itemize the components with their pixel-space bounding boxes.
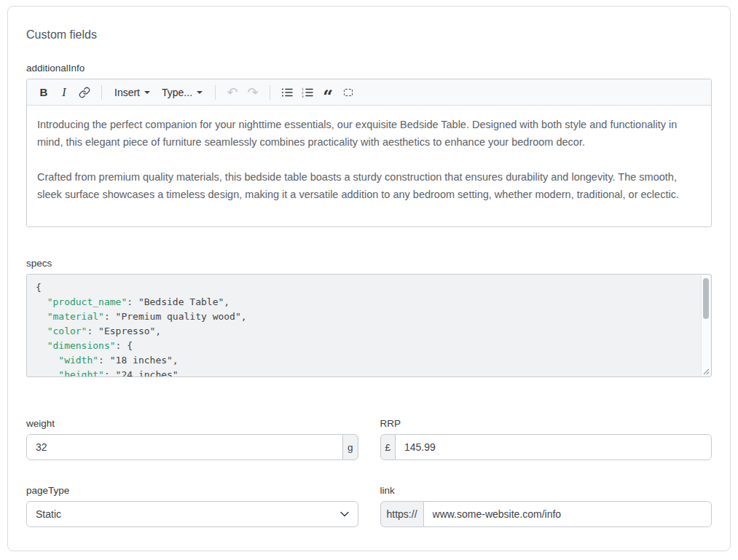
bullet-list-icon [281, 87, 293, 98]
editor-toolbar: B I Insert Type... ↶ ↷ [27, 79, 711, 106]
weight-unit-addon: g [342, 434, 358, 460]
editor-content[interactable]: Introducing the perfect companion for yo… [27, 106, 711, 226]
field-rrp: RRP £ [380, 418, 713, 460]
italic-button[interactable]: I [55, 82, 74, 103]
show-blocks-icon [344, 89, 353, 96]
rrp-currency-addon: £ [380, 434, 396, 460]
toolbar-divider [270, 85, 270, 100]
fields-grid: weight g RRP £ pageType Static link http… [26, 418, 712, 527]
page-type-select[interactable]: Static [26, 501, 358, 527]
bold-icon: B [40, 86, 48, 98]
blockquote-icon: “ [323, 93, 333, 100]
insert-dropdown[interactable]: Insert [109, 82, 155, 103]
ordered-list-button[interactable]: 123 [298, 82, 317, 103]
specs-code: { "product_name": "Bedside Table", "mate… [36, 280, 695, 377]
link-button[interactable] [75, 82, 94, 103]
weight-label: weight [26, 418, 358, 429]
toolbar-divider [101, 85, 102, 100]
insert-dropdown-label: Insert [114, 87, 140, 98]
weight-input[interactable] [26, 434, 343, 460]
bold-button[interactable]: B [34, 82, 53, 103]
insert-caret-icon [144, 91, 150, 94]
redo-icon: ↷ [248, 84, 259, 100]
field-specs: specs { "product_name": "Bedside Table",… [26, 258, 712, 377]
svg-text:3: 3 [302, 95, 304, 98]
undo-button[interactable]: ↶ [223, 82, 242, 103]
field-weight: weight g [26, 418, 358, 460]
specs-scrollbar-thumb[interactable] [703, 278, 709, 319]
editor-paragraph: Introducing the perfect companion for yo… [37, 116, 701, 151]
type-dropdown[interactable]: Type... [157, 82, 208, 103]
redo-button[interactable]: ↷ [243, 82, 262, 103]
toolbar-divider [215, 85, 216, 100]
link-icon [79, 87, 90, 98]
field-additional-info: additionalInfo B I Insert Type... ↶ [26, 63, 712, 227]
page-type-label: pageType [26, 485, 358, 496]
undo-icon: ↶ [227, 84, 238, 100]
specs-label: specs [26, 258, 712, 269]
link-label: link [380, 485, 713, 496]
custom-fields-card: Custom fields additionalInfo B I Insert … [7, 6, 731, 551]
field-page-type: pageType Static [26, 485, 358, 527]
additional-info-label: additionalInfo [26, 63, 712, 74]
editor-paragraph: Crafted from premium quality materials, … [37, 168, 701, 203]
ordered-list-icon: 123 [302, 87, 313, 98]
specs-scrollbar[interactable] [701, 275, 710, 376]
type-caret-icon [197, 91, 203, 94]
field-link: link https:// [380, 485, 713, 527]
show-blocks-button[interactable] [339, 82, 358, 103]
bullet-list-button[interactable] [278, 82, 297, 103]
page-type-select-wrap: Static [26, 501, 358, 527]
specs-textarea[interactable]: { "product_name": "Bedside Table", "mate… [26, 274, 712, 377]
rrp-input-group: £ [380, 434, 713, 460]
link-input[interactable] [423, 501, 712, 527]
italic-icon: I [62, 86, 66, 99]
rrp-input[interactable] [395, 434, 712, 460]
page-title: Custom fields [26, 28, 712, 42]
resize-handle-icon[interactable] [702, 367, 710, 375]
link-protocol-addon: https:// [380, 501, 424, 527]
rrp-label: RRP [380, 418, 713, 429]
link-input-group: https:// [380, 501, 713, 527]
blockquote-button[interactable]: “ [318, 82, 337, 103]
type-dropdown-label: Type... [162, 87, 192, 98]
weight-input-group: g [26, 434, 358, 460]
rich-text-editor: B I Insert Type... ↶ ↷ [26, 79, 712, 227]
